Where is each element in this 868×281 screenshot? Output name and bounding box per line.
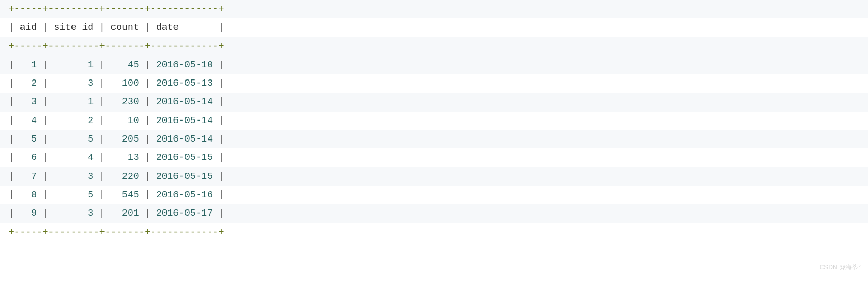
pipe: | bbox=[99, 208, 105, 218]
cell-site-id: 3 bbox=[48, 208, 99, 218]
header-count: count bbox=[105, 22, 145, 33]
pipe: | bbox=[43, 208, 48, 218]
cell-aid: 8 bbox=[14, 189, 43, 200]
cell-aid: 3 bbox=[14, 96, 43, 107]
cell-aid: 2 bbox=[14, 78, 43, 88]
cell-date: 2016-05-10 bbox=[150, 59, 219, 70]
cell-count: 100 bbox=[105, 78, 145, 88]
cell-count: 545 bbox=[105, 189, 145, 200]
pipe: | bbox=[144, 134, 150, 144]
pipe: | bbox=[8, 115, 14, 126]
pipe: | bbox=[219, 189, 224, 200]
table-border-top: +-----+---------+-------+------------+ bbox=[0, 0, 868, 18]
cell-site-id: 3 bbox=[48, 78, 99, 88]
pipe: | bbox=[219, 152, 224, 163]
pipe: | bbox=[8, 96, 14, 107]
pipe: | bbox=[219, 171, 224, 182]
cell-count: 45 bbox=[105, 59, 145, 70]
border-text: +-----+---------+-------+------------+ bbox=[8, 41, 224, 52]
cell-date: 2016-05-14 bbox=[150, 115, 219, 126]
pipe: | bbox=[219, 59, 224, 70]
watermark: CSDN @海蒂° bbox=[820, 258, 861, 277]
cell-date: 2016-05-16 bbox=[150, 189, 219, 200]
pipe: | bbox=[8, 208, 14, 218]
cell-count: 10 bbox=[105, 115, 145, 126]
cell-site-id: 2 bbox=[48, 115, 99, 126]
pipe: | bbox=[8, 152, 14, 163]
pipe: | bbox=[43, 59, 48, 70]
header-date: date bbox=[150, 22, 219, 33]
pipe: | bbox=[144, 208, 150, 218]
cell-date: 2016-05-13 bbox=[150, 78, 219, 88]
pipe: | bbox=[144, 152, 150, 163]
cell-site-id: 1 bbox=[48, 59, 99, 70]
pipe: | bbox=[144, 59, 150, 70]
cell-date: 2016-05-17 bbox=[150, 208, 219, 218]
cell-site-id: 3 bbox=[48, 171, 99, 182]
cell-site-id: 5 bbox=[48, 134, 99, 144]
header-aid: aid bbox=[14, 22, 43, 33]
pipe: | bbox=[219, 208, 224, 218]
pipe: | bbox=[43, 189, 48, 200]
pipe: | bbox=[219, 96, 224, 107]
cell-date: 2016-05-15 bbox=[150, 171, 219, 182]
table-row: | 6 | 4 | 13 | 2016-05-15 | bbox=[0, 148, 868, 167]
cell-site-id: 5 bbox=[48, 189, 99, 200]
border-text: +-----+---------+-------+------------+ bbox=[8, 4, 224, 14]
pipe: | bbox=[8, 78, 14, 88]
pipe: | bbox=[144, 171, 150, 182]
pipe: | bbox=[99, 78, 105, 88]
table-row: | 4 | 2 | 10 | 2016-05-14 | bbox=[0, 112, 868, 130]
pipe: | bbox=[43, 22, 48, 33]
pipe: | bbox=[219, 78, 224, 88]
cell-site-id: 1 bbox=[48, 96, 99, 107]
pipe: | bbox=[99, 171, 105, 182]
pipe: | bbox=[99, 115, 105, 126]
pipe: | bbox=[43, 171, 48, 182]
cell-site-id: 4 bbox=[48, 152, 99, 163]
table-row: | 2 | 3 | 100 | 2016-05-13 | bbox=[0, 74, 868, 93]
table-row: | 5 | 5 | 205 | 2016-05-14 | bbox=[0, 130, 868, 148]
table-row: | 7 | 3 | 220 | 2016-05-15 | bbox=[0, 167, 868, 186]
pipe: | bbox=[43, 78, 48, 88]
cell-aid: 4 bbox=[14, 115, 43, 126]
cell-count: 13 bbox=[105, 152, 145, 163]
border-text: +-----+---------+-------+------------+ bbox=[8, 227, 224, 237]
pipe: | bbox=[99, 134, 105, 144]
table-row: | 8 | 5 | 545 | 2016-05-16 | bbox=[0, 186, 868, 204]
pipe: | bbox=[144, 78, 150, 88]
cell-aid: 5 bbox=[14, 134, 43, 144]
sql-output-block: +-----+---------+-------+------------+ |… bbox=[0, 0, 868, 242]
pipe: | bbox=[43, 152, 48, 163]
pipe: | bbox=[8, 134, 14, 144]
table-row: | 1 | 1 | 45 | 2016-05-10 | bbox=[0, 56, 868, 74]
pipe: | bbox=[219, 134, 224, 144]
pipe: | bbox=[144, 22, 150, 33]
cell-date: 2016-05-15 bbox=[150, 152, 219, 163]
pipe: | bbox=[99, 96, 105, 107]
pipe: | bbox=[99, 22, 105, 33]
cell-aid: 1 bbox=[14, 59, 43, 70]
pipe: | bbox=[144, 115, 150, 126]
header-site-id: site_id bbox=[48, 22, 99, 33]
cell-date: 2016-05-14 bbox=[150, 96, 219, 107]
pipe: | bbox=[99, 152, 105, 163]
table-border-mid: +-----+---------+-------+------------+ bbox=[0, 37, 868, 56]
cell-aid: 6 bbox=[14, 152, 43, 163]
cell-count: 220 bbox=[105, 171, 145, 182]
table-row: | 3 | 1 | 230 | 2016-05-14 | bbox=[0, 93, 868, 111]
pipe: | bbox=[8, 22, 14, 33]
cell-count: 205 bbox=[105, 134, 145, 144]
pipe: | bbox=[219, 22, 224, 33]
pipe: | bbox=[43, 134, 48, 144]
cell-aid: 9 bbox=[14, 208, 43, 218]
cell-count: 201 bbox=[105, 208, 145, 218]
cell-date: 2016-05-14 bbox=[150, 134, 219, 144]
pipe: | bbox=[43, 96, 48, 107]
table-row: | 9 | 3 | 201 | 2016-05-17 | bbox=[0, 204, 868, 223]
pipe: | bbox=[144, 189, 150, 200]
table-border-bottom: +-----+---------+-------+------------+ bbox=[0, 223, 868, 242]
table-header-row: | aid | site_id | count | date | bbox=[0, 18, 868, 37]
pipe: | bbox=[219, 115, 224, 126]
pipe: | bbox=[43, 115, 48, 126]
